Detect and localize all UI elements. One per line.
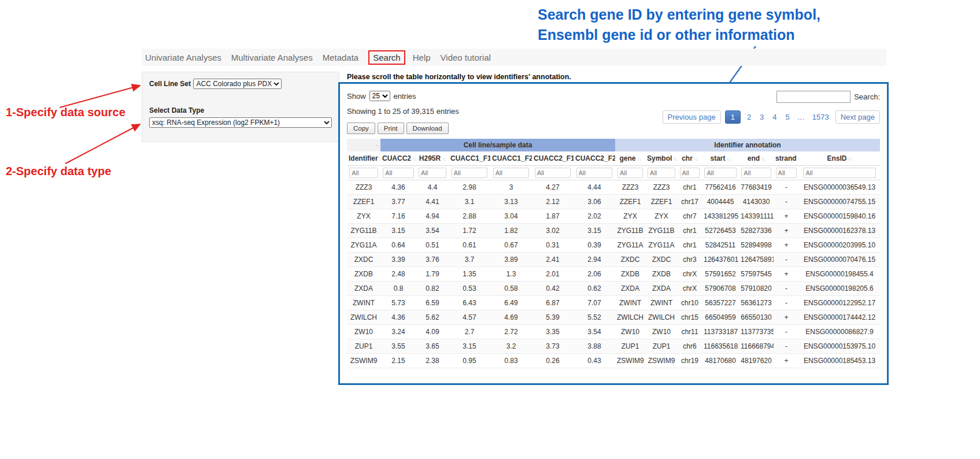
sort-icon[interactable]: ↑↓ [673,156,677,162]
print-button[interactable]: Print [378,123,404,134]
filter-input-ensid[interactable] [803,168,875,178]
table-row[interactable]: ZUP13.553.653.153.23.733.88ZUP1ZUP1chr61… [347,339,880,354]
column-header-h295r[interactable]: H295R↑↓ [416,151,449,166]
column-header-strand[interactable]: strand↑↓ [774,151,799,166]
column-header-cuacc2[interactable]: CUACC2↑↓ [380,151,416,166]
sort-icon[interactable]: ↑↓ [761,156,765,162]
nav-item-univariate-analyses[interactable]: Univariate Analyses [145,53,221,62]
page-button-3[interactable]: 3 [757,111,766,123]
filter-input-symbol[interactable] [648,168,675,178]
table-row[interactable]: ZXDC3.393.763.73.892.412.94ZXDCZXDCchr31… [347,253,880,267]
sort-icon[interactable]: ↑↓ [727,156,731,162]
page-button-1573[interactable]: 1573 [810,111,831,123]
table-row[interactable]: ZYX7.164.942.883.041.872.02ZYXZYXchr7143… [347,209,880,224]
table-cell: 6.49 [490,296,532,310]
filter-input-cuacc1-f1[interactable] [452,168,488,178]
table-cell: 4143030 [739,195,774,209]
filter-input-chr[interactable] [680,168,700,178]
table-cell: 2.72 [490,325,532,339]
table-row[interactable]: ZZZ34.364.42.9834.274.44ZZZ3ZZZ3chr17756… [347,180,880,195]
table-cell: ZYX [347,209,380,224]
nav-item-metadata[interactable]: Metadata [323,53,359,62]
table-cell: 6.87 [532,296,574,310]
nav-item-multivariate-analyses[interactable]: Multivariate Analyses [231,53,313,62]
filter-input-gene[interactable] [617,168,643,178]
page-button-2[interactable]: 2 [745,111,753,123]
scroll-hint: Please scroll the table horizontally to … [347,73,571,81]
search-input[interactable] [776,91,850,103]
column-header-start[interactable]: start↑↓ [702,151,739,166]
next-page-button[interactable]: Next page [835,110,880,124]
column-header-identifier[interactable]: Identifier↑↓ [347,151,380,166]
table-row[interactable]: ZYG11A0.640.510.610.670.310.39ZYG11AZYG1… [347,238,880,253]
filter-cell-symbol [645,166,678,180]
table-cell: ZZZ3 [347,180,380,195]
column-header-cuacc1-f2[interactable]: CUACC1_F2↑↓ [490,151,532,166]
filter-input-start[interactable] [704,168,736,178]
table-row[interactable]: ZWINT5.736.596.436.496.877.07ZWINTZWINTc… [347,296,880,310]
table-cell: 4.09 [416,325,449,339]
filter-input-cuacc2[interactable] [383,168,413,178]
sort-icon[interactable]: ↑↓ [848,156,852,162]
data-type-select[interactable]: xsq: RNA-seq Expression (log2 FPKM+1) [149,117,332,128]
table-cell: ENSG00000162378.13 [799,224,880,238]
nav-item-search[interactable]: Search [368,50,405,65]
show-entries-select[interactable]: 25 [369,91,390,101]
sort-icon[interactable]: ↑↓ [798,156,799,162]
page-button-1[interactable]: 1 [725,110,741,124]
table-cell: 143391111 [739,209,774,224]
page-button-4[interactable]: 4 [770,111,779,123]
column-header-cuacc2-f1[interactable]: CUACC2_F1↑↓ [532,151,574,166]
column-header-end[interactable]: end↑↓ [739,151,774,166]
table-cell: 2.01 [532,267,574,282]
column-header-cuacc2-f2[interactable]: CUACC2_F2↑↓ [574,151,615,166]
filter-input-cuacc1-f2[interactable] [493,168,530,178]
page-button-5[interactable]: 5 [783,111,792,123]
filter-input-h295r[interactable] [419,168,446,178]
table-row[interactable]: ZSWIM92.152.380.950.830.260.43ZSWIM9ZSWI… [347,354,880,368]
column-header-ensid[interactable]: EnsID↑↓ [799,151,880,166]
table-row[interactable]: ZW103.244.092.72.723.353.54ZW10ZW10chr11… [347,325,880,339]
search-control: Search: [776,91,880,103]
sort-icon[interactable]: ↑↓ [412,156,416,162]
table-row[interactable]: ZZEF13.774.413.13.132.123.06ZZEF1ZZEF1ch… [347,195,880,209]
column-header-symbol[interactable]: Symbol↑↓ [645,151,678,166]
copy-button[interactable]: Copy [347,123,375,134]
column-header-cuacc1-f1[interactable]: CUACC1_F1↑↓ [449,151,490,166]
table-cell: chr3 [678,253,702,267]
column-header-chr[interactable]: chr↑↓ [678,151,702,166]
table-row[interactable]: ZXDA0.80.820.530.580.420.62ZXDAZXDAchrX5… [347,282,880,296]
table-cell: ZW10 [615,325,645,339]
table-cell: 7.16 [380,209,416,224]
table-row[interactable]: ZWILCH4.365.624.574.695.395.52ZWILCHZWIL… [347,310,880,325]
nav-item-video-tutorial[interactable]: Video tutorial [441,53,491,62]
table-cell: 2.12 [532,195,574,209]
sort-icon[interactable]: ↑↓ [442,156,446,162]
table-cell: ZUP1 [347,339,380,354]
filter-input-strand[interactable] [776,168,797,178]
table-cell: ZYG11B [615,224,645,238]
sort-icon[interactable]: ↑↓ [379,156,380,162]
sort-icon[interactable]: ↑↓ [694,156,698,162]
table-cell: 113773735 [739,325,774,339]
table-cell: + [774,209,799,224]
cell-line-set-select[interactable]: ACC Colorado plus PDX [193,79,282,89]
table-row[interactable]: ZXDB2.481.791.351.32.012.06ZXDBZXDBchrX5… [347,267,880,282]
table-cell: 2.15 [380,354,416,368]
download-button[interactable]: Download [406,123,449,134]
sort-icon[interactable]: ↑↓ [375,143,379,149]
table-cell: - [774,296,799,310]
filter-input-end[interactable] [741,168,771,178]
table-cell: 3.15 [574,224,615,238]
sort-icon[interactable]: ↑↓ [637,156,641,162]
table-cell: 2.06 [574,267,615,282]
previous-page-button[interactable]: Previous page [663,110,721,124]
table-cell: ENSG00000074755.15 [799,195,880,209]
column-header-gene[interactable]: gene↑↓ [615,151,645,166]
filter-input-identifier[interactable] [349,168,378,178]
table-row[interactable]: ZYG11B3.153.541.721.823.023.15ZYG11BZYG1… [347,224,880,238]
nav-item-help[interactable]: Help [413,53,431,62]
filter-input-cuacc2-f1[interactable] [535,168,571,178]
filter-input-cuacc2-f2[interactable] [576,168,613,178]
table-cell: 0.8 [380,282,416,296]
